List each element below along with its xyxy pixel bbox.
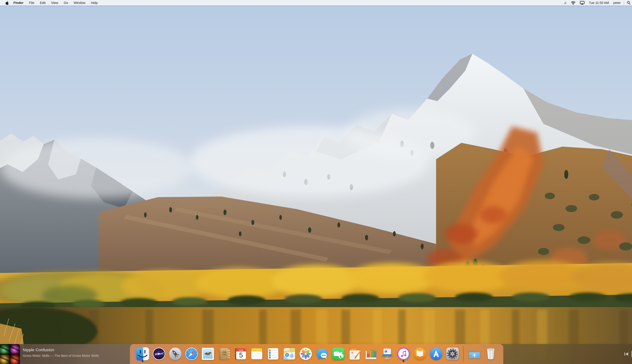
mail-icon [201, 347, 214, 360]
calendar-icon: JUN 5 [234, 347, 247, 360]
dock-item-numbers[interactable] [364, 347, 378, 360]
app-store-icon [430, 347, 443, 360]
menu-item-file[interactable]: File [26, 0, 37, 6]
menu-bar-left: Finder File Edit View Go Window Help [0, 0, 100, 6]
menu-app-name[interactable]: Finder [10, 0, 26, 6]
dock-item-mail[interactable] [201, 347, 214, 360]
menu-bar: Finder File Edit View Go Window Help ♫ [0, 0, 632, 6]
track-title: Nipple Confusion [23, 348, 99, 352]
safari-icon [185, 347, 198, 360]
playback-panel [503, 344, 632, 364]
maps-icon: 3D [283, 347, 296, 360]
menu-item-view[interactable]: View [48, 0, 61, 6]
spotlight-search-icon[interactable] [625, 0, 632, 6]
desktop-wallpaper [0, 0, 632, 364]
dock-item-reminders[interactable] [266, 347, 280, 360]
dock-item-downloads[interactable] [468, 347, 481, 360]
reminders-icon [266, 347, 280, 360]
dock-item-calendar[interactable]: JUN 5 [234, 347, 247, 360]
trash-icon [484, 347, 497, 360]
dock-separator [463, 346, 464, 362]
menu-status-divider [624, 1, 624, 4]
dock-item-siri[interactable] [152, 347, 166, 360]
dock-item-itunes[interactable] [397, 347, 410, 360]
desktop: Finder File Edit View Go Window Help ♫ [0, 0, 632, 364]
dock-item-photos[interactable] [299, 347, 312, 360]
siri-icon [152, 347, 166, 360]
dock-item-finder[interactable] [136, 347, 149, 360]
menu-item-help[interactable]: Help [88, 0, 100, 6]
dock-item-trash[interactable] [484, 347, 497, 360]
dock: JUN 5 [130, 344, 503, 364]
dock-item-pages[interactable]: PAGES [348, 347, 361, 360]
menu-item-window[interactable]: Window [71, 0, 88, 6]
itunes-icon [397, 347, 410, 360]
album-art-quadrant [0, 354, 10, 364]
photos-icon [299, 347, 312, 360]
dock-item-notes[interactable] [250, 347, 263, 360]
menu-user[interactable]: peter [611, 0, 623, 6]
album-art-quadrant [10, 354, 20, 364]
bottom-bar: Nipple Confusion Gross Motor Skills — Th… [0, 344, 632, 364]
notes-icon [250, 347, 263, 360]
menu-item-go[interactable]: Go [61, 0, 71, 6]
dock-item-ibooks[interactable] [413, 347, 426, 360]
calendar-month-label: JUN [239, 349, 243, 351]
dock-item-app-store[interactable] [430, 347, 443, 360]
launchpad-icon [169, 347, 182, 360]
keynote-icon: KEYNOTE [381, 347, 394, 360]
wifi-icon[interactable] [569, 0, 578, 6]
pages-icon: PAGES [348, 347, 361, 360]
messages-icon [316, 347, 328, 360]
finder-icon [136, 347, 149, 360]
dock-item-keynote[interactable]: KEYNOTE [381, 347, 394, 360]
apple-menu[interactable] [5, 0, 10, 6]
airplay-display-icon[interactable] [578, 0, 587, 6]
contacts-icon [218, 347, 231, 360]
keynote-label: KEYNOTE [384, 349, 390, 350]
dock-item-safari[interactable] [185, 347, 198, 360]
calendar-day-label: 5 [239, 351, 243, 359]
menu-bar-status: ♫ Tue 11:50 AM peter [562, 0, 632, 6]
pages-label: PAGES [351, 348, 357, 350]
downloads-folder-icon [468, 347, 481, 360]
play-button[interactable] [631, 351, 632, 357]
music-note-icon[interactable]: ♫ [562, 0, 569, 6]
running-indicator [142, 360, 144, 362]
playback-controls [624, 351, 632, 357]
apple-logo-icon [5, 1, 8, 5]
dock-item-contacts[interactable] [218, 347, 231, 360]
album-art-quadrant [0, 344, 10, 354]
dock-item-messages[interactable] [316, 347, 328, 360]
previous-track-button[interactable] [624, 352, 628, 356]
ibooks-icon [413, 347, 426, 360]
running-indicator [402, 360, 404, 362]
maps-3d-label: 3D [291, 355, 293, 357]
menu-item-edit[interactable]: Edit [37, 0, 48, 6]
facetime-icon [332, 347, 345, 360]
dock-item-system-preferences[interactable] [446, 347, 459, 360]
previous-icon [624, 352, 628, 356]
dock-item-maps[interactable]: 3D [283, 347, 296, 360]
menu-clock[interactable]: Tue 11:50 AM [587, 0, 611, 6]
play-icon [631, 351, 632, 357]
track-info: Nipple Confusion Gross Motor Skills — Th… [23, 348, 99, 358]
track-subtitle: Gross Motor Skills — The Best of Gross M… [23, 354, 99, 358]
album-art-quadrant [10, 344, 20, 354]
dock-item-facetime[interactable] [332, 347, 345, 360]
now-playing-panel: Nipple Confusion Gross Motor Skills — Th… [0, 344, 130, 364]
dock-item-launchpad[interactable] [169, 347, 182, 360]
album-art[interactable] [0, 344, 20, 364]
system-preferences-icon [446, 347, 459, 360]
numbers-icon [364, 347, 378, 360]
